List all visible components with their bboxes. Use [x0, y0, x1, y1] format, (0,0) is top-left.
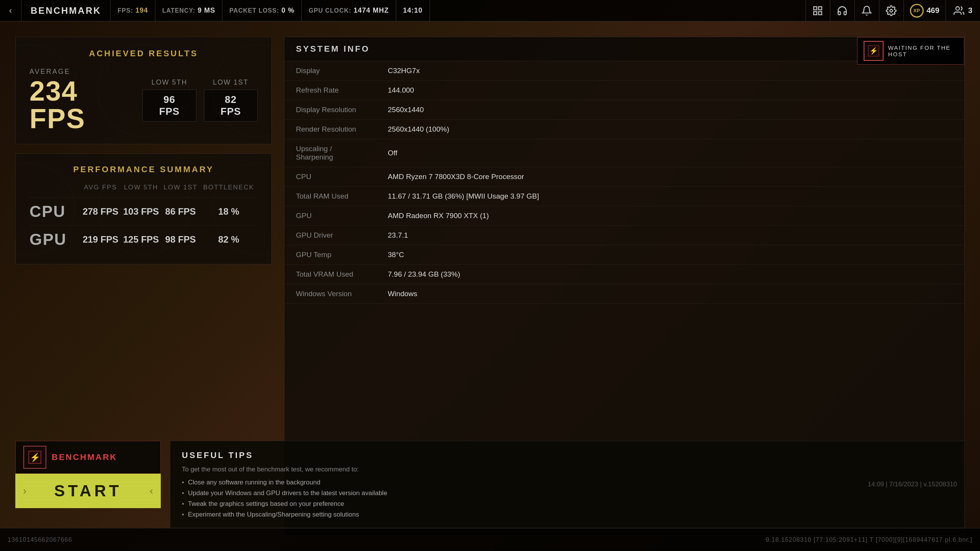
system-info-value: 980x551 (100%)	[376, 120, 964, 139]
gpu-low1-fps: 98 FPS	[161, 226, 199, 254]
system-info-value: Off	[376, 139, 964, 167]
system-info-row: Total VRAM Used7.96 / 23.94 GB (33%)	[284, 265, 964, 284]
fps-avg-label: AVERAGE	[29, 68, 70, 76]
cpu-bottleneck: 18 %	[200, 198, 258, 226]
back-button[interactable]: ‹	[0, 0, 21, 21]
packet-loss-stat: PACKET LOSS: 0 %	[222, 0, 302, 21]
system-info-row: Render Resolution2560x1440 (100%)	[284, 120, 964, 139]
cpu-low1-fps: 86 FPS	[161, 198, 199, 226]
system-info-label: GPU Driver	[284, 226, 376, 245]
svg-text:⚡: ⚡	[30, 452, 41, 463]
grid-icon	[812, 5, 823, 16]
gpu-label: GPU	[29, 226, 80, 254]
lower-section: ⚡ BENCHMARK › START ‹ USEFUL TIPS To get…	[15, 441, 965, 528]
system-info-value: 23.7.1	[376, 226, 964, 245]
top-bar-right: XP 469 3	[805, 0, 980, 21]
start-button-label: START	[54, 482, 122, 500]
system-info-row: Display Resolution2560x1440	[284, 100, 964, 120]
grid-icon-button[interactable]	[805, 0, 830, 21]
system-info-value: 11.67 / 31.71 GB (36%) [MWII Usage 3.97 …	[376, 187, 964, 206]
low1-value: 82 FPS	[204, 90, 258, 122]
svg-rect-1	[818, 7, 822, 10]
system-info-table: DisplayC32HG7xRefresh Rate144.000Display…	[284, 61, 964, 304]
bell-icon-button[interactable]	[854, 0, 879, 21]
system-info-row: CPUAMD Ryzen 7 7800X3D 8-Core Processor	[284, 167, 964, 187]
perf-card-title: PERFORMANCE SUMMARY	[29, 165, 258, 174]
system-info-label: Display	[284, 61, 376, 81]
results-card-title: ACHIEVED RESULTS	[29, 49, 258, 59]
system-info-value: AMD Ryzen 7 7800X3D 8-Core Processor	[376, 167, 964, 187]
low1-label: Low 1st	[213, 78, 248, 86]
system-info-label: Display Resolution	[284, 100, 376, 120]
waiting-overlay: ⚡ WAITING FOR THE HOST	[857, 37, 964, 65]
waiting-text: WAITING FOR THE HOST	[888, 44, 958, 57]
bottom-right-info: 9.18.15208310 [77:105:2091+11] T [7000][…	[766, 536, 972, 543]
bottom-timestamp: 14:09 | 7/16/2023 | v.15208310	[868, 481, 965, 488]
fps-avg-value: 234 FPS	[29, 77, 135, 132]
benchmark-name-label: BENCHMARK	[52, 452, 117, 462]
system-info-wrapper: DisplayC32HG7xRefresh Rate144.000Display…	[284, 61, 964, 304]
start-button[interactable]: › START ‹	[15, 474, 161, 508]
cpu-low5-fps: 103 FPS	[121, 198, 162, 226]
svg-point-4	[890, 9, 893, 12]
page-title: BENCHMARK	[21, 0, 111, 21]
col-header-avg: Avg FPS	[80, 184, 121, 198]
system-info-label: Total VRAM Used	[284, 265, 376, 284]
useful-tips-panel: USEFUL TIPS To get the most out of the b…	[170, 441, 965, 528]
svg-text:⚡: ⚡	[869, 47, 878, 55]
gpu-low5-fps: 125 FPS	[121, 226, 162, 254]
benchmark-icon-svg: ⚡	[28, 450, 42, 464]
bottom-bar: 13610145662067666 9.18.15208310 [77:105:…	[0, 528, 980, 551]
svg-rect-3	[818, 11, 822, 15]
system-info-row: GPU Temp38°C	[284, 245, 964, 265]
tips-list: Close any software running in the backgr…	[182, 479, 953, 518]
fps-average: AVERAGE 234 FPS	[29, 68, 135, 132]
system-info-row: GPUAMD Radeon RX 7900 XTX (1)	[284, 206, 964, 226]
benchmark-small-icon: ⚡	[867, 45, 880, 57]
settings-icon-button[interactable]	[879, 0, 903, 21]
system-info-value: 980x551	[376, 100, 964, 120]
fps-stat: FPS: 194	[111, 0, 155, 21]
friends-badge: 3	[946, 0, 980, 21]
gpu-avg-fps: 219 FPS	[80, 226, 121, 254]
fps-stats: Low 5th 96 FPS Low 1st 82 FPS	[142, 78, 258, 122]
results-card: ACHIEVED RESULTS AVERAGE 234 FPS Low 5th…	[15, 37, 272, 144]
waiting-icon: ⚡	[864, 41, 884, 61]
system-info-row: Refresh Rate144.000	[284, 81, 964, 100]
perf-table: Avg FPS Low 5th Low 1st Bottleneck CPU 2…	[29, 184, 258, 253]
bell-icon	[861, 5, 872, 16]
tip-item: Experiment with the Upscaling/Sharpening…	[182, 511, 953, 518]
low1-stat: Low 1st 82 FPS	[204, 78, 258, 122]
system-info-label: Refresh Rate	[284, 81, 376, 100]
svg-point-5	[956, 7, 959, 10]
top-bar: ‹ BENCHMARK FPS: 194 LATENCY: 9 MS PACKE…	[0, 0, 980, 21]
gpu-clock-stat: GPU CLOCK: 1474 MHZ	[302, 0, 396, 21]
system-info-label: Total RAM Used	[284, 187, 376, 206]
cpu-label: CPU	[29, 198, 80, 226]
cpu-row: CPU 278 FPS 103 FPS 86 FPS 18 %	[29, 198, 258, 226]
system-info-label: CPU	[284, 167, 376, 187]
system-info-label: Upscaling / Sharpening	[284, 139, 376, 167]
start-arrow-left: ›	[23, 485, 26, 497]
system-info-value: 7.96 / 23.94 GB (33%)	[376, 265, 964, 284]
system-info-value: Windows	[376, 284, 964, 304]
system-info-value: 38°C	[376, 245, 964, 265]
headset-icon-button[interactable]	[830, 0, 854, 21]
col-header-bottleneck: Bottleneck	[200, 184, 258, 198]
col-header-low1: Low 1st	[161, 184, 199, 198]
system-info-row: Windows VersionWindows	[284, 284, 964, 304]
svg-rect-0	[814, 7, 817, 10]
xp-badge: XP 469	[903, 0, 946, 21]
tip-item: Tweak the graphics settings based on you…	[182, 500, 953, 508]
top-bar-left: ‹ BENCHMARK FPS: 194 LATENCY: 9 MS PACKE…	[0, 0, 430, 21]
time-display: 14:10	[396, 0, 430, 21]
benchmark-header: ⚡ BENCHMARK	[15, 441, 161, 474]
start-arrow-right: ‹	[150, 485, 153, 497]
latency-stat: LATENCY: 9 MS	[155, 0, 223, 21]
cpu-avg-fps: 278 FPS	[80, 198, 121, 226]
col-header-empty	[29, 184, 80, 198]
system-info-value: 144.000	[376, 81, 964, 100]
session-id: 13610145662067666	[8, 536, 72, 543]
perf-card: PERFORMANCE SUMMARY Avg FPS Low 5th Low …	[15, 153, 272, 264]
gpu-row: GPU 219 FPS 125 FPS 98 FPS 82 %	[29, 226, 258, 254]
